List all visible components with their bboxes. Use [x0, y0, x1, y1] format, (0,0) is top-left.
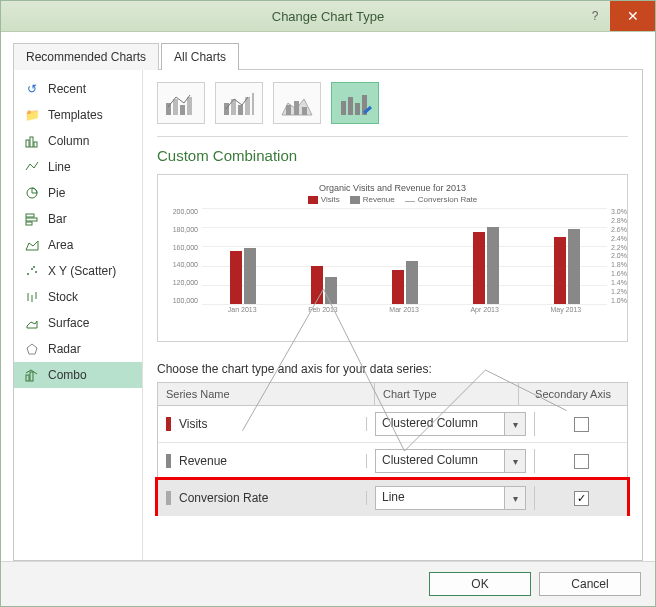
svg-rect-30: [302, 107, 307, 115]
sidebar-item-column[interactable]: Column: [14, 128, 142, 154]
preview-legend: Visits Revenue Conversion Rate: [168, 195, 617, 204]
scatter-icon: [24, 263, 40, 279]
stock-icon: [24, 289, 40, 305]
sidebar-item-combo[interactable]: Combo: [14, 362, 142, 388]
sidebar-item-pie[interactable]: Pie: [14, 180, 142, 206]
column-icon: [24, 133, 40, 149]
svg-rect-17: [30, 372, 33, 381]
svg-marker-7: [26, 241, 38, 250]
svg-rect-19: [173, 99, 178, 115]
combo-icon: [24, 367, 40, 383]
area-icon: [24, 237, 40, 253]
svg-rect-2: [34, 142, 37, 147]
svg-rect-29: [294, 101, 299, 115]
combo-subtype-1[interactable]: [157, 82, 205, 124]
tab-recommended-charts[interactable]: Recommended Charts: [13, 43, 159, 70]
svg-rect-1: [30, 137, 33, 147]
cancel-button[interactable]: Cancel: [539, 572, 641, 596]
tab-all-charts[interactable]: All Charts: [161, 43, 239, 70]
sidebar-item-scatter[interactable]: X Y (Scatter): [14, 258, 142, 284]
bar-icon: [24, 211, 40, 227]
templates-icon: 📁: [24, 107, 40, 123]
sidebar-item-area[interactable]: Area: [14, 232, 142, 258]
sidebar-item-stock[interactable]: Stock: [14, 284, 142, 310]
help-button[interactable]: ?: [580, 1, 610, 31]
svg-rect-0: [26, 140, 29, 147]
svg-point-11: [33, 266, 35, 268]
series-swatch: [166, 491, 171, 505]
svg-rect-24: [238, 105, 243, 115]
preview-title: Organic Visits and Revenue for 2013: [168, 183, 617, 193]
series-swatch: [166, 417, 171, 431]
sidebar-item-line[interactable]: Line: [14, 154, 142, 180]
sidebar-item-radar[interactable]: Radar: [14, 336, 142, 362]
sidebar-item-surface[interactable]: Surface: [14, 310, 142, 336]
svg-rect-28: [286, 105, 291, 115]
radar-icon: [24, 341, 40, 357]
sidebar-item-templates[interactable]: 📁Templates: [14, 102, 142, 128]
svg-rect-31: [341, 101, 346, 115]
recent-icon: ↺: [24, 81, 40, 97]
svg-rect-6: [26, 222, 32, 225]
line-icon: [24, 159, 40, 175]
svg-rect-21: [187, 97, 192, 115]
svg-rect-20: [180, 105, 185, 115]
combo-subtype-2[interactable]: [215, 82, 263, 124]
combo-subtype-row: [157, 82, 628, 124]
dialog-title: Change Chart Type: [1, 9, 655, 24]
svg-point-9: [31, 268, 33, 270]
chart-preview: Organic Visits and Revenue for 2013 Visi…: [157, 174, 628, 342]
surface-icon: [24, 315, 40, 331]
dialog-footer: OK Cancel: [1, 561, 655, 606]
tab-strip: Recommended Charts All Charts: [13, 42, 643, 69]
combo-subtype-custom[interactable]: [331, 82, 379, 124]
svg-marker-15: [27, 344, 37, 354]
close-button[interactable]: ✕: [610, 1, 655, 31]
pie-icon: [24, 185, 40, 201]
preview-y-axis: 200,000180,000160,000140,000120,000100,0…: [168, 208, 198, 304]
svg-rect-33: [355, 103, 360, 115]
preview-y2-axis: 3.0%2.8%2.6%2.4%2.2%2.0%1.8%1.6%1.4%1.2%…: [611, 208, 633, 304]
chart-category-sidebar: ↺Recent 📁Templates Column Line Pie Bar A…: [14, 70, 143, 560]
change-chart-type-dialog: Change Chart Type ? ✕ Recommended Charts…: [0, 0, 656, 607]
svg-rect-16: [26, 375, 29, 381]
svg-rect-32: [348, 97, 353, 115]
sidebar-item-recent[interactable]: ↺Recent: [14, 76, 142, 102]
svg-rect-5: [26, 218, 37, 221]
titlebar: Change Chart Type ? ✕: [1, 1, 655, 32]
series-swatch: [166, 454, 171, 468]
svg-point-10: [35, 271, 37, 273]
preview-line: [202, 208, 607, 560]
svg-point-8: [27, 273, 29, 275]
combo-subtype-3[interactable]: [273, 82, 321, 124]
svg-rect-4: [26, 214, 34, 217]
sidebar-item-bar[interactable]: Bar: [14, 206, 142, 232]
subtype-heading: Custom Combination: [157, 147, 628, 164]
ok-button[interactable]: OK: [429, 572, 531, 596]
